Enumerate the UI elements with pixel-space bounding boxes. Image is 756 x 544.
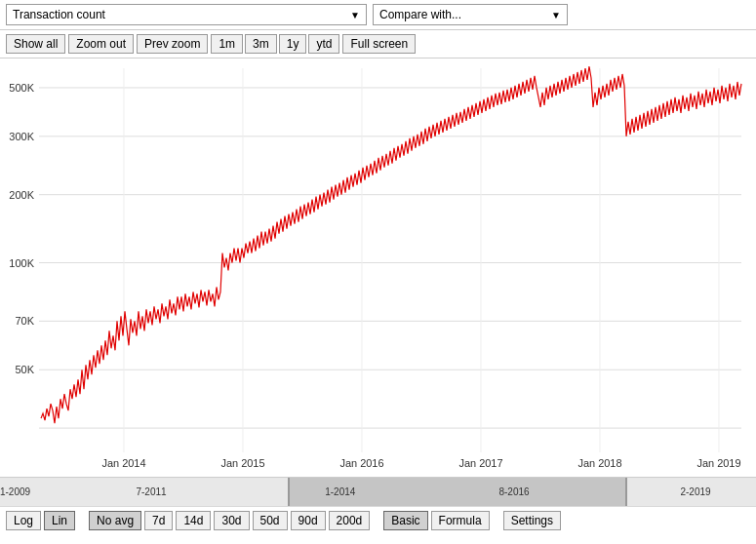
scrollbar-label-4: 8-2016 [498, 486, 529, 497]
top-bar: Transaction count ▼ Compare with... ▼ [0, 0, 756, 30]
svg-text:70K: 70K [15, 315, 34, 327]
scrollbar-label-1: 1-2009 [0, 486, 30, 497]
period-1m-button[interactable]: 1m [211, 34, 243, 54]
compare-dropdown-arrow: ▼ [551, 10, 561, 20]
d200-button[interactable]: 200d [329, 511, 371, 530]
chart-svg: 500K 300K 200K 100K 70K 50K Jan 2014 Jan… [0, 58, 756, 477]
d7-button[interactable]: 7d [144, 511, 173, 530]
settings-button[interactable]: Settings [503, 511, 561, 530]
svg-text:50K: 50K [15, 364, 34, 375]
d50-button[interactable]: 50d [253, 511, 288, 530]
svg-text:Jan 2015: Jan 2015 [220, 457, 264, 469]
svg-text:Jan 2019: Jan 2019 [696, 457, 740, 469]
basic-button[interactable]: Basic [383, 511, 427, 530]
compare-dropdown-label: Compare with... [379, 8, 461, 21]
d30-button[interactable]: 30d [214, 511, 249, 530]
metric-dropdown-label: Transaction count [13, 8, 105, 21]
svg-text:200K: 200K [9, 189, 34, 201]
svg-text:300K: 300K [9, 131, 34, 142]
scrollbar-label-5: 2-2019 [680, 486, 710, 497]
svg-text:500K: 500K [9, 82, 34, 94]
no-avg-button[interactable]: No avg [89, 511, 141, 530]
scrollbar-label-2: 7-2011 [136, 486, 166, 497]
d14-button[interactable]: 14d [176, 511, 211, 530]
log-button[interactable]: Log [6, 511, 41, 530]
formula-button[interactable]: Formula [431, 511, 490, 530]
full-screen-button[interactable]: Full screen [342, 34, 416, 54]
metric-dropdown[interactable]: Transaction count ▼ [6, 4, 367, 25]
period-1y-button[interactable]: 1y [279, 34, 307, 54]
svg-text:Jan 2014: Jan 2014 [101, 457, 145, 469]
period-3m-button[interactable]: 3m [245, 34, 277, 54]
show-all-button[interactable]: Show all [6, 34, 65, 54]
scrollbar-area[interactable]: 1-2009 7-2011 1-2014 8-2016 2-2019 [0, 478, 756, 507]
prev-zoom-button[interactable]: Prev zoom [137, 34, 208, 54]
svg-text:Jan 2017: Jan 2017 [458, 457, 502, 469]
zoom-out-button[interactable]: Zoom out [68, 34, 134, 54]
d90-button[interactable]: 90d [291, 511, 326, 530]
toolbar: Show all Zoom out Prev zoom 1m 3m 1y ytd… [0, 30, 756, 58]
bottom-bar: Log Lin No avg 7d 14d 30d 50d 90d 200d B… [0, 507, 756, 534]
scrollbar-labels: 1-2009 7-2011 1-2014 8-2016 2-2019 [0, 478, 756, 506]
period-group: 1m 3m 1y ytd [211, 34, 339, 54]
compare-dropdown[interactable]: Compare with... ▼ [373, 4, 568, 25]
svg-text:Jan 2016: Jan 2016 [339, 457, 383, 469]
chart-area: 500K 300K 200K 100K 70K 50K Jan 2014 Jan… [0, 58, 756, 478]
scrollbar-label-3: 1-2014 [325, 486, 355, 497]
metric-dropdown-arrow: ▼ [350, 10, 360, 20]
period-ytd-button[interactable]: ytd [308, 34, 339, 54]
svg-text:100K: 100K [9, 257, 34, 269]
svg-text:Jan 2018: Jan 2018 [577, 457, 621, 469]
lin-button[interactable]: Lin [44, 511, 75, 530]
